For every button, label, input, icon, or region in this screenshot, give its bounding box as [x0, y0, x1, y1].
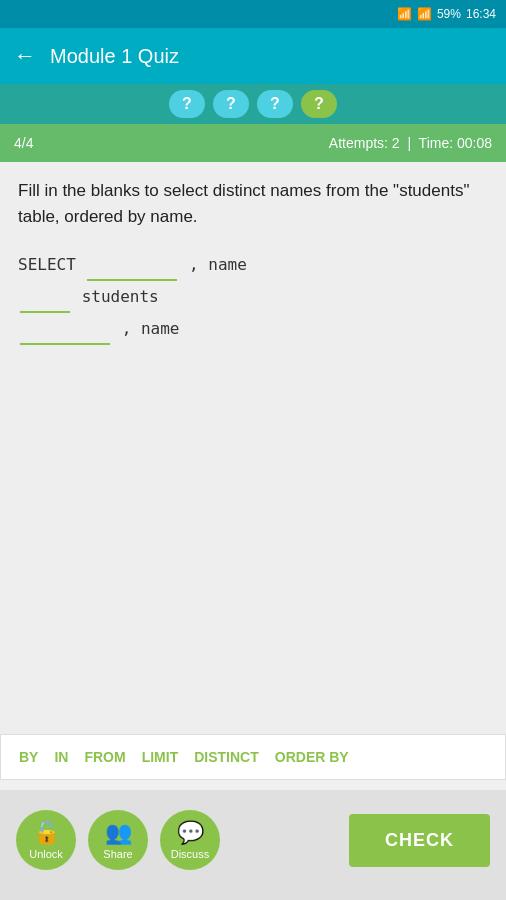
word-order-by[interactable]: ORDER BY: [273, 745, 351, 769]
status-bar: 📶 📶 59% 16:34: [0, 0, 506, 28]
word-from[interactable]: FROM: [82, 745, 127, 769]
separator: |: [407, 135, 411, 151]
question-position: 4/4: [14, 135, 33, 151]
progress-dot-2[interactable]: ?: [213, 90, 249, 118]
action-buttons: 🔓 Unlock 👥 Share 💬 Discuss: [16, 810, 220, 870]
time-display: 16:34: [466, 7, 496, 21]
progress-dot-4[interactable]: ?: [301, 90, 337, 118]
code-suffix-1: , name: [189, 255, 247, 274]
discuss-icon: 💬: [177, 820, 204, 846]
page-title: Module 1 Quiz: [50, 45, 179, 68]
question-text: Fill in the blanks to select distinct na…: [18, 178, 488, 229]
code-block: SELECT , name students , name: [18, 249, 488, 345]
top-bar: ← Module 1 Quiz: [0, 28, 506, 84]
check-button[interactable]: CHECK: [349, 814, 490, 867]
wifi-icon: 📶: [397, 7, 412, 21]
blank-2[interactable]: [20, 289, 70, 313]
attempts-time: Attempts: 2 | Time: 00:08: [329, 135, 492, 151]
word-distinct[interactable]: DISTINCT: [192, 745, 261, 769]
discuss-label: Discuss: [171, 848, 210, 860]
code-line-3: , name: [18, 313, 488, 345]
share-button[interactable]: 👥 Share: [88, 810, 148, 870]
attempts-count: Attempts: 2: [329, 135, 400, 151]
back-button[interactable]: ←: [14, 43, 36, 69]
info-bar: 4/4 Attempts: 2 | Time: 00:08: [0, 124, 506, 162]
battery-text: 59%: [437, 7, 461, 21]
main-content: Fill in the blanks to select distinct na…: [0, 162, 506, 742]
unlock-label: Unlock: [29, 848, 63, 860]
code-suffix-2: students: [82, 287, 159, 306]
blank-1[interactable]: [87, 257, 177, 281]
share-label: Share: [103, 848, 132, 860]
code-prefix-1: SELECT: [18, 255, 85, 274]
blank-3[interactable]: [20, 321, 110, 345]
bottom-bar: 🔓 Unlock 👥 Share 💬 Discuss CHECK: [0, 790, 506, 900]
unlock-button[interactable]: 🔓 Unlock: [16, 810, 76, 870]
code-line-2: students: [18, 281, 488, 313]
progress-dot-3[interactable]: ?: [257, 90, 293, 118]
status-icons: 📶 📶 59% 16:34: [397, 7, 496, 21]
unlock-icon: 🔓: [33, 820, 60, 846]
progress-dot-1[interactable]: ?: [169, 90, 205, 118]
progress-dots-bar: ? ? ? ?: [0, 84, 506, 124]
share-icon: 👥: [105, 820, 132, 846]
time-elapsed: Time: 00:08: [419, 135, 492, 151]
signal-icon: 📶: [417, 7, 432, 21]
discuss-button[interactable]: 💬 Discuss: [160, 810, 220, 870]
code-suffix-3: , name: [122, 319, 180, 338]
code-line-1: SELECT , name: [18, 249, 488, 281]
word-limit[interactable]: LIMIT: [140, 745, 181, 769]
word-bank: BY IN FROM LIMIT DISTINCT ORDER BY: [0, 734, 506, 780]
word-by[interactable]: BY: [17, 745, 40, 769]
word-in[interactable]: IN: [52, 745, 70, 769]
